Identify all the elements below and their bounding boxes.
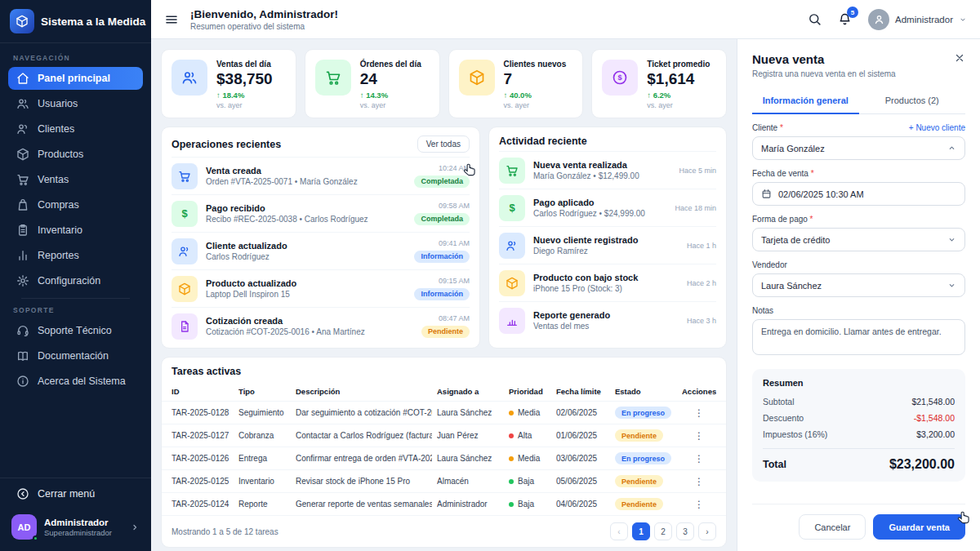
task-assignee: Juan Pérez xyxy=(437,431,504,440)
row-actions-button[interactable]: ⋮ xyxy=(682,407,716,419)
priority-dot xyxy=(509,411,514,415)
task-priority: Media xyxy=(518,454,540,463)
stat-comparison: vs. ayer xyxy=(360,101,421,109)
sidebar-item-productos[interactable]: Productos xyxy=(8,143,143,166)
sidebar-bottom: Cerrar menú AD Administrador Superadmini… xyxy=(0,478,151,551)
row-actions-button[interactable]: ⋮ xyxy=(682,499,716,510)
notifications-button[interactable]: 5 xyxy=(838,12,852,26)
box-icon xyxy=(172,276,198,302)
status-badge: Completada xyxy=(414,176,470,188)
cancel-button[interactable]: Cancelar xyxy=(799,514,866,540)
prev-page-button[interactable]: ‹ xyxy=(610,522,628,540)
activity-title: Pago aplicado xyxy=(533,198,645,207)
task-priority: Baja xyxy=(518,500,534,509)
avatar-initials: AD xyxy=(18,522,31,532)
status-badge: Pendiente xyxy=(615,475,663,487)
activity-row: Nueva venta realizadaMaría González • $1… xyxy=(499,151,716,189)
stat-label: Clientes nuevos xyxy=(504,60,567,69)
activity-time: Hace 18 min xyxy=(675,204,716,212)
forma-pago-select[interactable]: Tarjeta de crédito xyxy=(752,228,965,251)
save-sale-button[interactable]: Guardar venta xyxy=(873,514,965,540)
status-badge: Información xyxy=(414,288,470,300)
vendedor-select[interactable]: Laura Sánchez xyxy=(752,273,965,297)
panel-title: Nueva venta xyxy=(752,52,824,66)
sidebar-item-configuracion[interactable]: Configuración xyxy=(8,269,143,292)
page-button-1[interactable]: 1 xyxy=(632,522,650,540)
sidebar-item-usuarios[interactable]: Usuarios xyxy=(8,92,143,115)
box-icon xyxy=(499,270,525,296)
sidebar-item-label: Reportes xyxy=(38,250,79,261)
required-mark: * xyxy=(810,215,813,224)
sidebar-item-label: Documentación xyxy=(38,350,109,362)
next-page-button[interactable]: › xyxy=(698,522,716,540)
stat-comparison: vs. ayer xyxy=(504,101,567,109)
nav-section-label: NAVEGACIÓN xyxy=(13,54,138,62)
file-icon xyxy=(172,313,198,340)
required-mark: * xyxy=(780,123,783,132)
operation-time: 09:15 AM xyxy=(414,277,470,285)
stat-delta: 14.3% xyxy=(366,91,388,100)
sidebar-item-panel-principal[interactable]: Panel principal xyxy=(8,67,143,90)
col-header-estado: Estado xyxy=(615,387,677,396)
operation-time: 09:41 AM xyxy=(414,239,470,247)
collapse-menu-button[interactable]: Cerrar menú xyxy=(0,478,151,509)
headset-icon xyxy=(16,324,29,337)
sidebar-item-documentacion[interactable]: Documentación xyxy=(8,344,143,367)
task-assignee: Laura Sánchez xyxy=(437,454,504,463)
sidebar-item-reportes[interactable]: Reportes xyxy=(8,244,143,267)
panel-title: Actividad reciente xyxy=(499,136,587,147)
operation-title: Producto actualizado xyxy=(206,278,296,288)
operation-detail: Cotización #COT-2025-0016 • Ana Martínez xyxy=(206,327,365,336)
tab-productos[interactable]: Productos (2) xyxy=(859,89,966,114)
subtotal-label: Subtotal xyxy=(763,397,795,407)
view-all-button[interactable]: Ver todas xyxy=(417,136,470,153)
topbar: ¡Bienvenido, Administrador! Resumen oper… xyxy=(151,0,980,39)
operation-time: 10:24 AM xyxy=(414,164,470,172)
page-button-2[interactable]: 2 xyxy=(654,522,672,540)
users-icon xyxy=(172,60,207,96)
sidebar-item-acerca[interactable]: Acerca del Sistema xyxy=(8,370,143,393)
sidebar-item-compras[interactable]: Compras xyxy=(8,193,143,216)
stat-delta: 40.0% xyxy=(510,91,532,100)
row-actions-button[interactable]: ⋮ xyxy=(682,453,716,464)
field-label: Fecha de venta * xyxy=(752,169,814,178)
task-due-date: 02/06/2025 xyxy=(556,408,610,417)
active-tasks-panel: Tareas activas ID Tipo Descripción Asign… xyxy=(161,357,727,548)
tab-informacion-general[interactable]: Información general xyxy=(752,89,859,114)
impuestos-value: $3,200.00 xyxy=(916,429,955,439)
sidebar-item-inventario[interactable]: Inventario xyxy=(8,219,143,242)
summary-box: Resumen Subtotal$21,548.00 Descuento-$1,… xyxy=(752,369,965,482)
panel-subtitle: Registra una nueva venta en el sistema xyxy=(752,69,965,78)
operation-row: Producto actualizadoLaptop Dell Inspiron… xyxy=(172,269,470,307)
task-type: Cobranza xyxy=(238,431,291,440)
page-button-3[interactable]: 3 xyxy=(676,522,694,540)
activity-title: Nueva venta realizada xyxy=(533,160,639,170)
chevron-up-icon xyxy=(947,144,956,153)
panels-row: Operaciones recientes Ver todas Venta cr… xyxy=(161,127,727,349)
field-label: Cliente * xyxy=(752,123,783,132)
sidebar-item-soporte-tecnico[interactable]: Soporte Técnico xyxy=(8,319,143,342)
menu-toggle-button[interactable] xyxy=(164,12,179,27)
sidebar-user-card[interactable]: AD Administrador Superadministrador xyxy=(0,509,151,551)
notas-textarea[interactable]: Entrega en domicilio. Llamar antes de en… xyxy=(752,319,965,355)
sidebar-divider xyxy=(21,298,130,299)
dollar-circle-icon: $ xyxy=(602,60,638,96)
chart-icon xyxy=(499,308,525,334)
fecha-venta-input[interactable]: 02/06/2025 10:30 AM xyxy=(752,182,965,206)
operation-title: Cliente actualizado xyxy=(206,241,287,251)
user-menu[interactable]: Administrador xyxy=(868,9,967,30)
table-row: TAR-2025-0124 Reporte Generar reporte de… xyxy=(162,492,726,515)
close-icon[interactable] xyxy=(954,52,965,64)
table-header: ID Tipo Descripción Asignado a Prioridad… xyxy=(162,381,726,401)
stat-card-ventas-dia: Ventas del día $38,750 ↑ 18.4% vs. ayer xyxy=(161,49,296,118)
row-actions-button[interactable]: ⋮ xyxy=(682,476,716,487)
row-actions-button[interactable]: ⋮ xyxy=(682,430,716,442)
status-badge: Pendiente xyxy=(615,429,663,442)
search-icon[interactable] xyxy=(808,12,822,26)
task-priority: Baja xyxy=(518,477,534,486)
sidebar-item-clientes[interactable]: Clientes xyxy=(8,118,143,140)
new-client-link[interactable]: + Nuevo cliente xyxy=(909,123,965,132)
cliente-select[interactable]: María González xyxy=(752,136,965,160)
sidebar-item-ventas[interactable]: Ventas xyxy=(8,168,143,191)
svg-text:$: $ xyxy=(618,73,622,82)
